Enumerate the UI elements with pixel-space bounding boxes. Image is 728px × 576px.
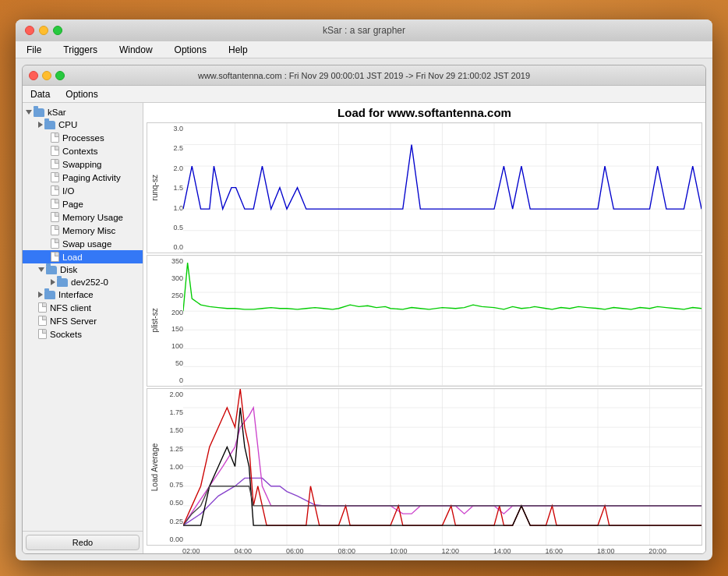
sidebar-label-sockets: Sockets (50, 330, 82, 339)
sidebar-item-load[interactable]: Load (23, 250, 143, 263)
chart1-panel: runq-sz 3.0 2.5 2.0 1.5 1.0 0.5 0.0 (147, 122, 702, 253)
folder-icon (34, 108, 44, 117)
chart2-svg (183, 256, 701, 385)
sidebar-item-dev252[interactable]: dev252-0 (23, 276, 143, 288)
chart1-svg (183, 123, 701, 253)
sidebar-item-nfs-client[interactable]: NFS client (23, 301, 143, 314)
sidebar-label-interface: Interface (58, 290, 94, 299)
sidebar-label-swap: Swap usage (62, 239, 111, 249)
sidebar-label-io: I/O (62, 186, 74, 196)
sidebar-label-load: Load (62, 253, 83, 262)
redo-button[interactable]: Redo (26, 535, 140, 550)
doc-icon (51, 133, 59, 143)
sidebar-item-sockets[interactable]: Sockets (23, 327, 143, 341)
expand-icon (51, 279, 55, 285)
sidebar-label-cpu: CPU (58, 120, 77, 129)
chart-title: Load for www.softantenna.com (147, 106, 702, 119)
doc-icon (51, 146, 59, 156)
menu-options[interactable]: Options (170, 43, 211, 57)
inner-close-button[interactable] (29, 71, 38, 80)
chart2-ylabel: plist-sz (147, 256, 161, 385)
sidebar-label-memory-misc: Memory Misc (62, 226, 115, 235)
doc-icon (51, 172, 59, 182)
chart1-ylabel: runq-sz (147, 123, 161, 253)
doc-icon (38, 329, 47, 339)
sidebar-label-processes: Processes (62, 133, 104, 143)
menu-bar: File Triggers Window Options Help (16, 41, 712, 58)
app-title: kSar : a sar grapher (323, 25, 405, 36)
chart2-panel: plist-sz 350 300 250 200 150 100 50 0 (147, 255, 702, 386)
x-axis-labels: 02:00 04:00 06:00 08:00 10:00 12:00 14:0… (147, 546, 702, 553)
sidebar-item-page[interactable]: Page (23, 197, 143, 210)
expand-icon (26, 110, 32, 115)
sidebar-label-memory-usage: Memory Usage (62, 213, 123, 222)
chart3-svg-container (183, 389, 701, 545)
title-bar: kSar : a sar grapher (16, 19, 712, 41)
inner-maximize-button[interactable] (55, 71, 65, 80)
sidebar-item-processes[interactable]: Processes (23, 131, 143, 144)
inner-title-bar: www.softantenna.com : Fri Nov 29 00:00:0… (23, 65, 705, 86)
chart3-svg (183, 389, 701, 545)
doc-icon (51, 199, 59, 209)
sidebar-content: kSar CPU Processes (23, 103, 143, 531)
app-window: kSar : a sar grapher File Triggers Windo… (16, 19, 712, 560)
folder-icon (44, 291, 55, 299)
chart3-yticks: 2.00 1.75 1.50 1.25 1.00 0.75 0.50 0.25 … (161, 389, 183, 545)
minimize-button[interactable] (39, 26, 48, 35)
doc-icon (51, 225, 59, 235)
sidebar-item-io[interactable]: I/O (23, 184, 143, 197)
sidebar-item-cpu[interactable]: CPU (23, 118, 143, 131)
inner-title: www.softantenna.com : Fri Nov 29 00:00:0… (198, 71, 530, 80)
inner-menu-data[interactable]: Data (27, 87, 53, 101)
doc-icon (38, 316, 47, 326)
chart2-svg-container (183, 256, 701, 385)
sidebar-item-paging[interactable]: Paging Activity (23, 171, 143, 184)
sidebar-item-interface[interactable]: Interface (23, 288, 143, 301)
sidebar-item-ksar[interactable]: kSar (23, 106, 143, 118)
sidebar-item-disk[interactable]: Disk (23, 263, 143, 276)
doc-icon (51, 212, 59, 222)
inner-minimize-button[interactable] (42, 71, 51, 80)
sidebar-label-disk: Disk (60, 265, 77, 274)
expand-icon (38, 292, 43, 298)
inner-menu-options[interactable]: Options (62, 87, 101, 101)
inner-traffic-lights (29, 71, 65, 80)
sidebar-item-memory-usage[interactable]: Memory Usage (23, 210, 143, 224)
main-content: kSar CPU Processes (23, 103, 705, 553)
sidebar-item-memory-misc[interactable]: Memory Misc (23, 224, 143, 237)
traffic-lights (25, 26, 62, 35)
doc-icon (51, 252, 59, 262)
close-button[interactable] (25, 26, 34, 35)
expand-icon (38, 122, 43, 128)
menu-help[interactable]: Help (224, 43, 253, 57)
sidebar-item-swap[interactable]: Swap usage (23, 237, 143, 250)
inner-window: www.softantenna.com : Fri Nov 29 00:00:0… (22, 65, 706, 554)
chart3-ylabel: Load Average (147, 389, 161, 545)
sidebar-label-dev252: dev252-0 (71, 277, 108, 287)
folder-icon (57, 278, 68, 287)
sidebar-item-swapping[interactable]: Swapping (23, 157, 143, 171)
menu-triggers[interactable]: Triggers (58, 43, 102, 57)
doc-icon (38, 302, 47, 313)
sidebar-item-contexts[interactable]: Contexts (23, 144, 143, 157)
sidebar-item-nfs-server[interactable]: NFS Server (23, 314, 143, 327)
charts-container: runq-sz 3.0 2.5 2.0 1.5 1.0 0.5 0.0 (147, 122, 702, 546)
sidebar-label-contexts: Contexts (62, 147, 97, 156)
menu-file[interactable]: File (22, 43, 46, 57)
chart-area: Load for www.softantenna.com runq-sz 3.0… (143, 103, 705, 553)
sidebar-label-ksar: kSar (48, 108, 66, 117)
sidebar-label-nfs-client: NFS client (50, 303, 91, 313)
maximize-button[interactable] (53, 26, 62, 35)
folder-icon (44, 121, 55, 129)
menu-window[interactable]: Window (115, 43, 157, 57)
doc-icon (51, 186, 59, 196)
inner-menu-bar: Data Options (23, 86, 705, 103)
sidebar-label-paging: Paging Activity (62, 173, 121, 182)
chart2-yticks: 350 300 250 200 150 100 50 0 (161, 256, 183, 385)
folder-icon (46, 266, 57, 274)
chart3-panel: Load Average 2.00 1.75 1.50 1.25 1.00 0.… (147, 388, 702, 546)
doc-icon (51, 159, 59, 169)
chart1-svg-container (183, 123, 701, 253)
sidebar-label-swapping: Swapping (62, 160, 102, 169)
doc-icon (51, 239, 59, 249)
